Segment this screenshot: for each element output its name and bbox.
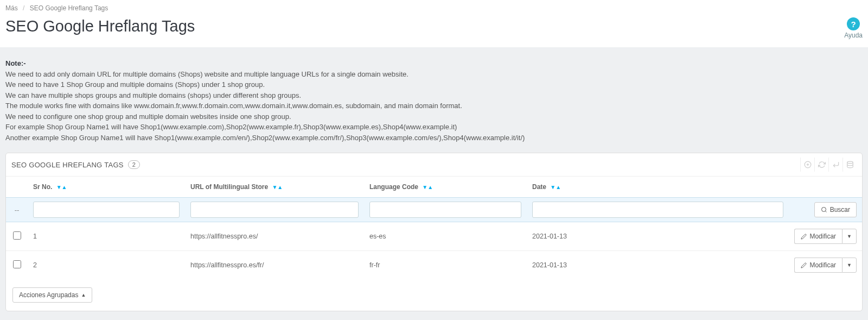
svg-point-3 xyxy=(847,161,853,164)
cell-sr: 2 xyxy=(28,251,185,280)
cell-url: https://allfitnesspro.es/ xyxy=(185,222,364,251)
column-header-date[interactable]: Date ▼▲ xyxy=(527,177,789,198)
filter-sr-input[interactable] xyxy=(33,202,180,218)
note-line: Another example Shop Group Name1 will ha… xyxy=(5,134,525,142)
caret-down-icon: ▼ xyxy=(847,234,852,239)
note-line: We need to configure one shop group and … xyxy=(5,112,291,121)
sort-icon[interactable]: ▼▲ xyxy=(550,184,561,190)
help-icon: ? xyxy=(847,17,860,30)
help-label: Ayuda xyxy=(844,32,863,39)
caret-up-icon: ▲ xyxy=(81,292,86,298)
filter-date-input[interactable] xyxy=(532,202,783,218)
help-button[interactable]: ? Ayuda xyxy=(844,17,863,39)
data-table: Sr No. ▼▲ URL of Multilingual Store ▼▲ L… xyxy=(6,177,862,279)
cell-date: 2021-01-13 xyxy=(527,251,789,280)
breadcrumb-parent[interactable]: Más xyxy=(5,4,18,12)
table-row: 1 https://allfitnesspro.es/ es-es 2021-0… xyxy=(6,222,862,251)
note-line: We need to have 1 Shop Group and multipl… xyxy=(5,80,265,89)
row-checkbox[interactable] xyxy=(13,231,21,240)
sort-icon[interactable]: ▼▲ xyxy=(56,184,67,190)
caret-down-icon: ▼ xyxy=(847,262,852,268)
svg-point-4 xyxy=(821,208,826,212)
export-icon[interactable] xyxy=(843,158,857,172)
pencil-icon xyxy=(801,262,807,268)
panel-title: SEO GOOGLE HREFLANG TAGS 2 xyxy=(11,160,140,169)
modify-button[interactable]: Modificar xyxy=(794,229,842,244)
bulk-actions-button[interactable]: Acciones Agrupadas ▲ xyxy=(12,287,92,303)
search-icon xyxy=(821,206,827,213)
panel-actions xyxy=(800,158,857,172)
filter-lang-input[interactable] xyxy=(369,202,521,218)
note-line: For example Shop Group Name1 will have S… xyxy=(5,123,457,131)
svg-line-5 xyxy=(825,211,826,212)
modify-dropdown[interactable]: ▼ xyxy=(842,229,857,244)
filter-url-input[interactable] xyxy=(190,202,359,218)
pencil-icon xyxy=(801,234,807,240)
add-icon[interactable] xyxy=(800,158,814,172)
filter-spacer: -- xyxy=(6,198,28,222)
refresh-icon[interactable] xyxy=(814,158,828,172)
note-line: We need to add only domain URL for multi… xyxy=(5,70,409,78)
cell-url: https://allfitnesspro.es/fr/ xyxy=(185,251,364,280)
breadcrumb-separator: / xyxy=(23,4,24,12)
cell-lang: es-es xyxy=(364,222,527,251)
table-row: 2 https://allfitnesspro.es/fr/ fr-fr 202… xyxy=(6,251,862,280)
column-header-sr[interactable]: Sr No. ▼▲ xyxy=(28,177,185,198)
panel-title-text: SEO GOOGLE HREFLANG TAGS xyxy=(11,161,124,169)
note-line: The module works fine with domains like … xyxy=(5,102,462,110)
note-title: Note:- xyxy=(5,59,26,67)
panel-main: SEO GOOGLE HREFLANG TAGS 2 xyxy=(5,153,863,311)
breadcrumb: Más / SEO Google Hreflang Tags xyxy=(5,4,863,12)
breadcrumb-current: SEO Google Hreflang Tags xyxy=(30,4,108,12)
modify-button[interactable]: Modificar xyxy=(794,258,842,273)
row-checkbox[interactable] xyxy=(13,260,21,268)
column-header-lang[interactable]: Language Code ▼▲ xyxy=(364,177,527,198)
sql-icon[interactable] xyxy=(828,158,843,172)
sort-icon[interactable]: ▼▲ xyxy=(422,184,433,190)
note-box: Note:- We need to add only domain URL fo… xyxy=(5,53,863,153)
panel-count-badge: 2 xyxy=(128,160,140,169)
cell-date: 2021-01-13 xyxy=(527,222,789,251)
page-title: SEO Google Hreflang Tags xyxy=(5,17,195,35)
modify-dropdown[interactable]: ▼ xyxy=(842,258,857,273)
sort-icon[interactable]: ▼▲ xyxy=(272,184,283,190)
cell-sr: 1 xyxy=(28,222,185,251)
note-line: We can have multiple shops groups and mu… xyxy=(5,91,301,99)
cell-lang: fr-fr xyxy=(364,251,527,280)
column-header-url[interactable]: URL of Multilingual Store ▼▲ xyxy=(185,177,364,198)
search-button[interactable]: Buscar xyxy=(814,202,857,217)
